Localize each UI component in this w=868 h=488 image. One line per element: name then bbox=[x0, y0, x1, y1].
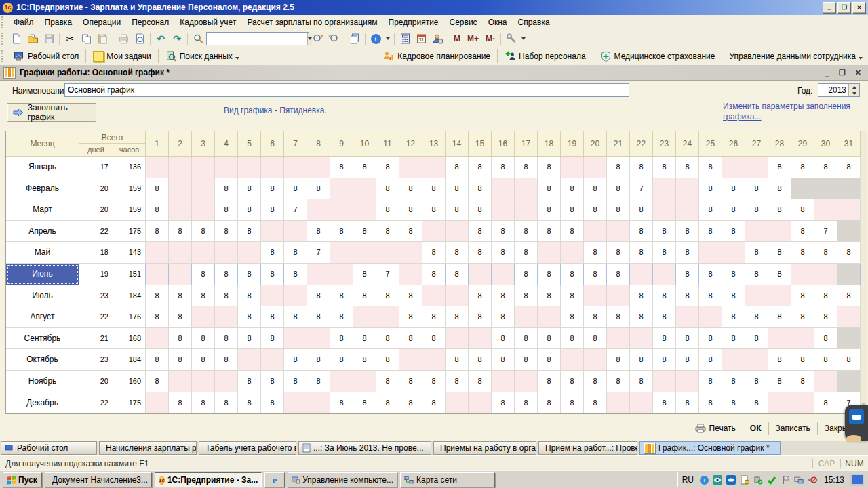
day-cell-Август-19[interactable]: 8 bbox=[561, 306, 584, 328]
copy-pages-icon[interactable] bbox=[347, 31, 362, 46]
day-cell-Апрель-10[interactable]: 8 bbox=[353, 221, 376, 243]
day-cell-Март-18[interactable]: 8 bbox=[538, 199, 561, 221]
day-cell-Июль-11[interactable]: 8 bbox=[376, 285, 399, 307]
employee-data-button[interactable]: Управление данными сотрудника bbox=[724, 52, 868, 61]
day-cell-Август-13[interactable]: 8 bbox=[422, 306, 446, 328]
save-icon[interactable] bbox=[41, 31, 56, 46]
doc-close-icon[interactable]: ✕ bbox=[855, 68, 861, 77]
tools-dropdown-icon[interactable] bbox=[520, 31, 527, 46]
tray-eye-icon[interactable] bbox=[713, 475, 723, 485]
total-days-Декабрь[interactable]: 22 bbox=[79, 392, 113, 414]
day-cell-Март-29[interactable]: 8 bbox=[791, 199, 814, 221]
day-cell-Апрель-14[interactable] bbox=[446, 221, 469, 243]
day-cell-Апрель-28[interactable] bbox=[768, 221, 791, 243]
day-cell-Апрель-30[interactable]: 7 bbox=[814, 221, 837, 243]
day-cell-Май-28[interactable]: 8 bbox=[768, 242, 791, 264]
medical-insurance-button[interactable]: Медицинское страхование bbox=[595, 51, 721, 62]
day-cell-Июнь-7[interactable]: 8 bbox=[284, 264, 307, 285]
day-cell-Февраль-6[interactable]: 8 bbox=[261, 178, 284, 200]
day-cell-Август-16[interactable]: 8 bbox=[492, 306, 515, 328]
memory-m-plus-button[interactable]: М+ bbox=[464, 34, 482, 43]
day-cell-Декабрь-7[interactable] bbox=[284, 392, 307, 414]
day-cell-Август-1[interactable]: 8 bbox=[146, 306, 169, 328]
day-cell-Март-9[interactable] bbox=[330, 199, 353, 221]
day-cell-Март-1[interactable]: 8 bbox=[146, 199, 169, 221]
day-cell-Апрель-1[interactable]: 8 bbox=[146, 221, 169, 243]
day-cell-Сентябрь-17[interactable]: 8 bbox=[515, 328, 538, 350]
day-cell-Апрель-15[interactable]: 8 bbox=[469, 221, 492, 243]
day-cell-Октябрь-17[interactable]: 8 bbox=[515, 349, 538, 371]
day-cell-Февраль-17[interactable] bbox=[515, 178, 538, 200]
day-cell-Апрель-20[interactable] bbox=[584, 221, 607, 243]
day-cell-Февраль-26[interactable]: 8 bbox=[722, 178, 745, 200]
day-cell-Март-10[interactable] bbox=[353, 199, 376, 221]
day-cell-Июль-25[interactable]: 8 bbox=[699, 285, 722, 307]
day-cell-Апрель-26[interactable]: 8 bbox=[722, 221, 745, 243]
paste-icon[interactable] bbox=[95, 31, 110, 46]
day-cell-Январь-17[interactable]: 8 bbox=[515, 157, 538, 178]
year-spinner[interactable]: 2013 bbox=[818, 83, 860, 97]
day-cell-Сентябрь-22[interactable] bbox=[630, 328, 653, 350]
day-cell-Декабрь-28[interactable] bbox=[768, 392, 791, 414]
day-cell-Май-12[interactable] bbox=[399, 242, 422, 264]
day-cell-Декабрь-18[interactable]: 8 bbox=[538, 392, 561, 414]
day-cell-Июль-12[interactable]: 8 bbox=[399, 285, 422, 307]
day-cell-Март-24[interactable] bbox=[676, 199, 699, 221]
day-cell-Май-3[interactable] bbox=[192, 242, 215, 264]
total-hours-Ноябрь[interactable]: 160 bbox=[113, 371, 146, 392]
day-cell-Май-20[interactable]: 8 bbox=[584, 242, 607, 264]
day-cell-Июнь-8[interactable] bbox=[307, 264, 330, 285]
day-cell-Декабрь-9[interactable]: 8 bbox=[330, 392, 353, 414]
day-cell-Апрель-25[interactable]: 8 bbox=[699, 221, 722, 243]
day-cell-Октябрь-31[interactable]: 8 bbox=[837, 349, 861, 371]
day-cell-Октябрь-28[interactable]: 8 bbox=[768, 349, 791, 371]
total-days-Январь[interactable]: 17 bbox=[79, 157, 113, 178]
day-cell-Июль-9[interactable]: 8 bbox=[330, 285, 353, 307]
total-hours-Июнь[interactable]: 151 bbox=[113, 264, 146, 285]
day-cell-Август-14[interactable]: 8 bbox=[446, 306, 469, 328]
day-cell-Сентябрь-10[interactable]: 8 bbox=[353, 328, 376, 350]
day-cell-Июль-28[interactable] bbox=[768, 285, 791, 307]
day-cell-Февраль-16[interactable] bbox=[492, 178, 515, 200]
day-cell-Май-1[interactable] bbox=[146, 242, 169, 264]
search-combobox[interactable] bbox=[206, 32, 309, 45]
print-icon[interactable] bbox=[116, 31, 131, 46]
day-cell-Март-17[interactable] bbox=[515, 199, 538, 221]
day-cell-Октябрь-29[interactable]: 8 bbox=[791, 349, 814, 371]
day-cell-Ноябрь-5[interactable]: 8 bbox=[238, 371, 261, 392]
day-cell-Декабрь-6[interactable]: 8 bbox=[261, 392, 284, 414]
menu-item-1[interactable]: Файл bbox=[8, 16, 39, 28]
day-cell-Июль-24[interactable]: 8 bbox=[676, 285, 699, 307]
day-cell-Январь-1[interactable] bbox=[146, 157, 169, 178]
day-cell-Январь-7[interactable] bbox=[284, 157, 307, 178]
day-cell-Январь-5[interactable] bbox=[238, 157, 261, 178]
day-cell-Август-29[interactable]: 8 bbox=[791, 306, 814, 328]
day-cell-Декабрь-26[interactable]: 8 bbox=[722, 392, 745, 414]
year-down-icon[interactable] bbox=[849, 90, 859, 96]
task-network-map[interactable]: Карта сети bbox=[400, 472, 495, 487]
tab-accruals[interactable]: Начисления зарплаты рабо... bbox=[99, 441, 197, 455]
total-days-Апрель[interactable]: 22 bbox=[79, 221, 113, 243]
day-cell-Сентябрь-9[interactable]: 8 bbox=[330, 328, 353, 350]
day-cell-Декабрь-5[interactable]: 8 bbox=[238, 392, 261, 414]
day-cell-Апрель-4[interactable]: 8 bbox=[215, 221, 238, 243]
cut-icon[interactable]: ✂ bbox=[62, 31, 77, 46]
day-cell-Октябрь-20[interactable] bbox=[584, 349, 607, 371]
day-cell-Сентябрь-2[interactable]: 8 bbox=[169, 328, 192, 350]
day-cell-Ноябрь-25[interactable]: 8 bbox=[699, 371, 722, 392]
day-cell-Май-30[interactable]: 8 bbox=[814, 242, 837, 264]
day-cell-Апрель-19[interactable]: 8 bbox=[561, 221, 584, 243]
tray-flag-icon[interactable] bbox=[781, 475, 791, 485]
day-cell-Март-7[interactable]: 7 bbox=[284, 199, 307, 221]
month-cell-Май[interactable]: Май bbox=[6, 242, 79, 264]
day-cell-Май-22[interactable]: 8 bbox=[630, 242, 653, 264]
day-cell-Июль-29[interactable]: 8 bbox=[791, 285, 814, 307]
day-cell-Март-20[interactable]: 8 bbox=[584, 199, 607, 221]
day-cell-Апрель-5[interactable]: 8 bbox=[238, 221, 261, 243]
day-cell-Август-25[interactable] bbox=[699, 306, 722, 328]
day-cell-Февраль-12[interactable]: 8 bbox=[399, 178, 422, 200]
day-cell-Октябрь-2[interactable]: 8 bbox=[169, 349, 192, 371]
tab-timesheet[interactable]: Табель учета рабочего вре... bbox=[199, 441, 296, 455]
day-cell-Август-22[interactable]: 8 bbox=[630, 306, 653, 328]
day-cell-Ноябрь-10[interactable] bbox=[353, 371, 376, 392]
